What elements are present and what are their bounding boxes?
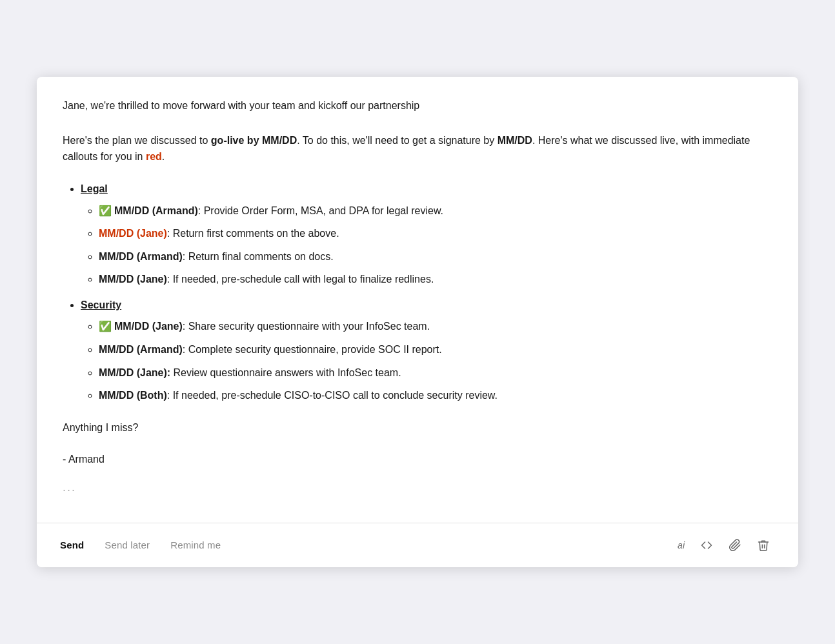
plan-text-4: . — [162, 151, 165, 162]
legal-assignee-2: MM/DD (Jane) — [99, 228, 167, 239]
section-legal-title: Legal — [81, 183, 108, 194]
legal-text-4: : If needed, pre-schedule call with lega… — [167, 274, 434, 285]
security-item-3: MM/DD (Jane): Review questionnaire answe… — [99, 365, 772, 381]
delete-button[interactable] — [749, 534, 778, 557]
email-body: Jane, we're thrilled to move forward wit… — [37, 77, 798, 523]
code-button[interactable] — [692, 534, 721, 557]
legal-text-1: : Provide Order Form, MSA, and DPA for l… — [198, 205, 443, 216]
security-item-2: MM/DD (Armand): Complete security questi… — [99, 341, 772, 358]
toolbar: Send Send later Remind me ai — [37, 523, 798, 567]
legal-assignee-4: MM/DD (Jane) — [99, 274, 167, 285]
security-assignee-4: MM/DD (Both) — [99, 390, 167, 401]
legal-item-1: ✅MM/DD (Armand): Provide Order Form, MSA… — [99, 203, 772, 219]
legal-item-3: MM/DD (Armand): Return final comments on… — [99, 248, 772, 265]
security-text-2: : Complete security questionnaire, provi… — [183, 344, 442, 355]
legal-item-2: MM/DD (Jane): Return first comments on t… — [99, 225, 772, 242]
paperclip-icon — [729, 539, 741, 552]
ellipsis: ... — [63, 478, 772, 497]
email-compose-window: Jane, we're thrilled to move forward wit… — [37, 77, 798, 567]
plan-bold-2: MM/DD — [498, 135, 532, 146]
security-text-3: Review questionnaire answers with InfoSe… — [170, 367, 401, 378]
legal-text-3: : Return final comments on docs. — [183, 251, 334, 262]
plan-paragraph: Here's the plan we discussed to go-live … — [63, 132, 772, 165]
plan-text-2: . To do this, we'll need to get a signat… — [297, 135, 498, 146]
trash-icon — [757, 539, 770, 552]
check-icon-1: ✅ — [99, 203, 112, 219]
intro-text: Jane, we're thrilled to move forward wit… — [63, 100, 419, 111]
security-item-4: MM/DD (Both): If needed, pre-schedule CI… — [99, 387, 772, 404]
check-icon-2: ✅ — [99, 318, 112, 335]
legal-text-2: : Return first comments on the above. — [167, 228, 339, 239]
section-security-title: Security — [81, 299, 121, 310]
plan-red: red — [146, 151, 162, 162]
legal-assignee-1: MM/DD (Armand) — [114, 205, 198, 216]
code-icon — [700, 539, 713, 552]
signature: - Armand — [63, 451, 772, 468]
plan-text-1: Here's the plan we discussed to — [63, 135, 211, 146]
security-item-1: ✅MM/DD (Jane): Share security questionna… — [99, 318, 772, 335]
security-text-1: : Share security questionnaire with your… — [183, 321, 430, 332]
section-legal: Legal ✅MM/DD (Armand): Provide Order For… — [81, 181, 772, 288]
send-later-button[interactable]: Send later — [94, 534, 160, 556]
legal-assignee-3: MM/DD (Armand) — [99, 251, 183, 262]
intro-paragraph: Jane, we're thrilled to move forward wit… — [63, 97, 772, 114]
ai-label: ai — [678, 540, 685, 550]
sections-list: Legal ✅MM/DD (Armand): Provide Order For… — [81, 181, 772, 404]
closing-question: Anything I miss? — [63, 419, 772, 436]
security-assignee-2: MM/DD (Armand) — [99, 344, 183, 355]
send-button[interactable]: Send — [57, 534, 94, 556]
security-assignee-3: MM/DD (Jane): — [99, 367, 170, 378]
security-items: ✅MM/DD (Jane): Share security questionna… — [99, 318, 772, 403]
remind-me-button[interactable]: Remind me — [160, 534, 231, 556]
legal-item-4: MM/DD (Jane): If needed, pre-schedule ca… — [99, 271, 772, 288]
legal-items: ✅MM/DD (Armand): Provide Order Form, MSA… — [99, 203, 772, 288]
security-assignee-1: MM/DD (Jane) — [114, 321, 183, 332]
security-text-4: : If needed, pre-schedule CISO-to-CISO c… — [167, 390, 498, 401]
section-security: Security ✅MM/DD (Jane): Share security q… — [81, 297, 772, 404]
attach-button[interactable] — [721, 534, 749, 557]
ai-button[interactable]: ai — [670, 535, 692, 556]
plan-bold: go-live by MM/DD — [211, 135, 297, 146]
